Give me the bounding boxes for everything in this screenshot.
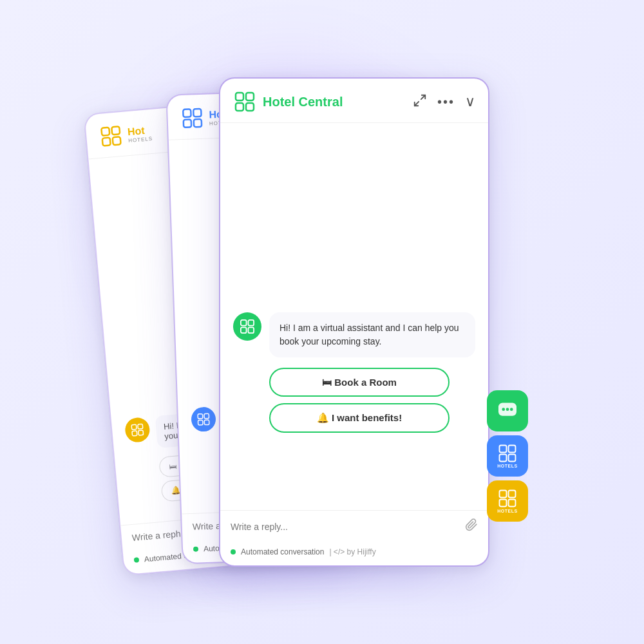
svg-rect-37 [509, 499, 516, 506]
svg-rect-3 [113, 137, 121, 145]
svg-rect-32 [500, 454, 507, 461]
svg-rect-2 [102, 138, 111, 146]
card2-avatar-icon [196, 412, 211, 427]
card-scene: Hot HOTELS Hi! I am a virtu [155, 71, 489, 573]
float-chat-icon[interactable] [487, 390, 528, 431]
svg-rect-25 [248, 327, 254, 333]
card-front: Hotel Central ••• ∨ [219, 77, 489, 567]
svg-rect-1 [111, 126, 120, 135]
svg-line-21 [415, 101, 419, 105]
book-room-button[interactable]: 🛏 Book a Room [269, 368, 450, 397]
hotel-yellow-icon [498, 489, 516, 507]
svg-rect-11 [194, 119, 202, 127]
chevron-icon[interactable]: ∨ [465, 93, 475, 110]
card2-logo-icon [180, 106, 204, 130]
svg-rect-5 [138, 424, 143, 429]
card1-status-dot [231, 549, 236, 554]
card3-avatar-icon [129, 422, 145, 438]
card1-reply-area[interactable] [220, 510, 488, 542]
card1-bot-avatar [233, 312, 261, 341]
card3-logo: Hot HOTELS [99, 121, 153, 149]
float-hotel-yellow-label: HOTELS [497, 509, 517, 513]
card1-footer-code: | </> by Hijiffy [329, 547, 375, 556]
card1-logo [233, 90, 256, 113]
float-hotel-blue-label: HOTELS [497, 464, 517, 468]
svg-point-29 [510, 408, 513, 411]
svg-line-20 [421, 95, 425, 99]
more-icon[interactable]: ••• [437, 95, 455, 109]
card1-reply-input[interactable] [231, 522, 459, 532]
benefits-button[interactable]: 🔔 I want benefits! [269, 403, 450, 433]
svg-rect-19 [246, 103, 254, 111]
svg-rect-9 [193, 109, 201, 117]
card1-action-buttons: 🛏 Book a Room 🔔 I want benefits! [269, 368, 475, 433]
attach-icon[interactable] [465, 518, 478, 535]
svg-rect-17 [246, 93, 254, 100]
svg-rect-18 [236, 103, 243, 111]
card1-bot-row: Hi! I am a virtual assistant and I can h… [233, 312, 475, 357]
float-hotel-blue-icon[interactable]: HOTELS [487, 435, 528, 477]
svg-rect-10 [184, 120, 191, 128]
card1-logo-icon [233, 90, 256, 113]
floating-icons: HOTELS HOTELS [487, 390, 528, 522]
svg-rect-34 [500, 490, 507, 497]
card1-footer-text: Automated conversation [241, 547, 324, 556]
hotel-blue-icon [498, 444, 516, 462]
svg-rect-16 [236, 93, 243, 100]
svg-point-27 [502, 408, 505, 411]
svg-rect-24 [241, 327, 247, 333]
card1-header-actions: ••• ∨ [413, 93, 475, 111]
float-hotel-yellow-icon[interactable]: HOTELS [487, 480, 528, 522]
svg-rect-13 [204, 413, 209, 419]
card1-title: Hotel Central [263, 95, 343, 109]
svg-rect-31 [509, 445, 516, 452]
svg-rect-8 [183, 109, 191, 117]
card1-message-bubble: Hi! I am a virtual assistant and I can h… [269, 312, 475, 357]
chat-bubble-icon [497, 402, 518, 420]
svg-rect-33 [509, 454, 516, 461]
card2-bot-avatar [191, 406, 216, 431]
expand-icon[interactable] [413, 93, 427, 111]
card2-status-dot [193, 547, 198, 552]
svg-rect-14 [198, 420, 204, 425]
chat-spacer [220, 123, 488, 312]
svg-rect-6 [132, 431, 137, 436]
card3-status-dot [134, 557, 140, 563]
card1-chat-area: Hi! I am a virtual assistant and I can h… [220, 312, 488, 502]
card1-avatar-icon [239, 318, 256, 335]
card3-logo-icon [99, 124, 124, 149]
svg-rect-7 [138, 430, 144, 435]
svg-rect-0 [101, 128, 109, 136]
svg-rect-30 [500, 445, 507, 452]
svg-point-28 [506, 408, 509, 411]
svg-rect-12 [198, 414, 203, 419]
svg-rect-4 [131, 424, 137, 430]
svg-rect-22 [241, 319, 247, 325]
card3-bot-avatar [124, 417, 151, 443]
card1-footer: Automated conversation | </> by Hijiffy [220, 542, 488, 565]
card1-header: Hotel Central ••• ∨ [220, 79, 488, 123]
svg-rect-35 [509, 490, 516, 497]
svg-rect-15 [204, 420, 209, 425]
svg-rect-36 [500, 499, 507, 506]
svg-rect-23 [248, 319, 254, 325]
